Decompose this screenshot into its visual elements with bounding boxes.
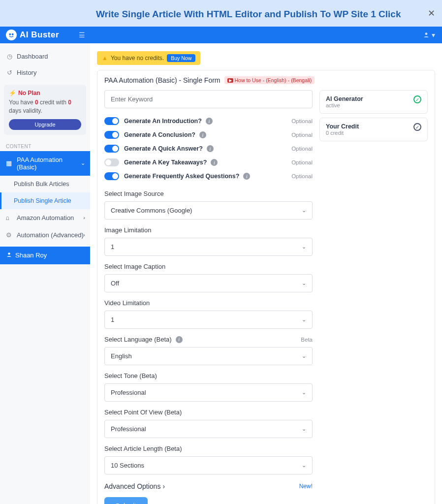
- status-sub: 0 credit: [326, 130, 359, 136]
- nav-label: PAA Automation (Basic): [17, 156, 84, 171]
- amazon-icon: ⩍: [6, 214, 13, 221]
- toggle-faq[interactable]: [104, 172, 119, 180]
- buy-now-button[interactable]: Buy Now: [167, 54, 195, 62]
- chevron-right-icon: ›: [83, 232, 85, 238]
- status-title: AI Generator: [326, 95, 363, 102]
- card-header: PAA Automation (Basic) - Single Form ▶ H…: [97, 70, 435, 90]
- hamburger-icon[interactable]: ☰: [79, 31, 85, 39]
- main-content: ▲ You have no credits. Buy Now PAA Autom…: [90, 43, 442, 504]
- toggle-conclusion[interactable]: [104, 131, 119, 139]
- nav-label: Amazon Automation: [17, 214, 74, 221]
- info-icon[interactable]: i: [176, 336, 183, 343]
- select-tone[interactable]: Professional ⌄: [104, 383, 313, 402]
- history-icon: ↺: [6, 69, 13, 76]
- toggle-row-takeaways: Generate A Key Takeaways? i Optional: [104, 156, 313, 169]
- check-icon: ✓: [413, 95, 421, 103]
- card-title: PAA Automation (Basic) - Single Form: [104, 76, 221, 84]
- select-image-caption[interactable]: Off ⌄: [104, 274, 313, 292]
- credit-alert: ▲ You have no credits. Buy Now: [97, 51, 200, 65]
- select-image-source[interactable]: Creative Commons (Google) ⌄: [104, 201, 313, 220]
- optional-label: Optional: [291, 146, 313, 152]
- howto-badge[interactable]: ▶ How to Use - (English) - (Bengali): [224, 76, 315, 84]
- advanced-options-toggle[interactable]: Advanced Options ›: [104, 482, 165, 490]
- sidebar-label: History: [17, 69, 36, 76]
- sidebar-item-dashboard[interactable]: ◷ Dashboard: [0, 48, 90, 64]
- user-menu[interactable]: ▾: [423, 31, 435, 39]
- label-image-limit: Image Limitation: [104, 226, 313, 234]
- chevron-down-icon: ⌄: [302, 280, 306, 286]
- toggle-row-conclusion: Generate A Conclusion? i Optional: [104, 128, 313, 142]
- plan-text: You have 0 credit with 0 days validity.: [9, 98, 81, 115]
- gear-icon: ⚙: [6, 231, 13, 239]
- user-icon: [423, 32, 430, 38]
- select-article-length[interactable]: 10 Sections ⌄: [104, 456, 313, 474]
- select-pov[interactable]: Professional ⌄: [104, 420, 313, 438]
- chevron-down-icon: ⌄: [302, 207, 306, 214]
- warning-icon: ▲: [102, 55, 108, 62]
- svg-point-2: [425, 32, 428, 35]
- sidebar-user[interactable]: Shaan Roy: [0, 247, 90, 264]
- keyword-input[interactable]: [104, 90, 313, 108]
- label-tone: Select Tone (Beta): [104, 372, 313, 379]
- chevron-down-icon: ⌄: [302, 316, 306, 323]
- chevron-down-icon: ⌄: [302, 244, 306, 250]
- toggle-intro[interactable]: [104, 117, 119, 125]
- sub-publish-bulk[interactable]: Publish Bulk Articles: [0, 176, 90, 192]
- brand-text: AI Buster: [20, 30, 59, 40]
- bolt-icon: ⚡: [9, 90, 16, 96]
- sidebar: ◷ Dashboard ↺ History ⚡ No Plan You have…: [0, 43, 90, 504]
- close-icon[interactable]: ✕: [428, 8, 435, 19]
- select-image-limit[interactable]: 1 ⌄: [104, 238, 313, 256]
- user-name: Shaan Roy: [15, 252, 47, 259]
- form-card: PAA Automation (Basic) - Single Form ▶ H…: [97, 70, 435, 504]
- clock-icon: ✓: [413, 123, 421, 131]
- chevron-right-icon: ›: [162, 482, 165, 490]
- status-sub: active: [326, 102, 363, 108]
- topbar: AI Buster ☰ ▾: [0, 27, 442, 43]
- sidebar-item-history[interactable]: ↺ History: [0, 64, 90, 81]
- nav-label: Automation (Advanced): [17, 231, 84, 239]
- sidebar-label: Dashboard: [17, 53, 48, 60]
- nav-automation-advanced[interactable]: ⚙ Automation (Advanced) ›: [0, 226, 90, 244]
- info-icon[interactable]: i: [199, 131, 206, 138]
- nav-amazon-automation[interactable]: ⩍ Amazon Automation ›: [0, 209, 90, 226]
- brand[interactable]: AI Buster: [6, 30, 59, 40]
- new-badge: New!: [299, 483, 313, 490]
- layout-icon: ▦: [6, 159, 13, 167]
- svg-point-1: [12, 33, 14, 35]
- submit-button[interactable]: Submit: [104, 497, 148, 504]
- toggle-label: Generate An Introduction?: [124, 118, 202, 125]
- user-icon: [6, 252, 12, 259]
- advanced-options-row: Advanced Options › New!: [104, 482, 313, 490]
- toggle-takeaways[interactable]: [104, 158, 119, 166]
- banner-title: Write Single Article With HTML Editor an…: [96, 9, 434, 20]
- upgrade-button[interactable]: Upgrade: [9, 119, 81, 130]
- status-title: Your Credit: [326, 123, 359, 130]
- toggle-row-intro: Generate An Introduction? i Optional: [104, 114, 313, 128]
- label-article-length: Select Article Length (Beta): [104, 445, 313, 452]
- select-video-limit[interactable]: 1 ⌄: [104, 311, 313, 329]
- plan-box: ⚡ No Plan You have 0 credit with 0 days …: [4, 85, 86, 135]
- toggle-quick-answer[interactable]: [104, 145, 119, 153]
- label-image-caption: Select Image Caption: [104, 263, 313, 270]
- dashboard-icon: ◷: [6, 53, 13, 60]
- optional-label: Optional: [291, 159, 313, 165]
- label-video-limit: Video Limitation: [104, 299, 313, 307]
- sub-publish-single[interactable]: Publish Single Article: [0, 192, 90, 209]
- optional-label: Optional: [291, 132, 313, 138]
- info-icon[interactable]: i: [206, 118, 213, 125]
- svg-point-0: [9, 33, 11, 35]
- youtube-icon: ▶: [227, 78, 233, 83]
- form-right: AI Generator active ✓ Your Credit 0 cred…: [319, 90, 428, 504]
- promo-banner: Write Single Article With HTML Editor an…: [0, 0, 442, 27]
- select-language[interactable]: English ⌄: [104, 347, 313, 365]
- info-icon[interactable]: i: [243, 173, 250, 180]
- form-left: Generate An Introduction? i Optional Gen…: [104, 90, 313, 504]
- nav-paa-automation[interactable]: ▦ PAA Automation (Basic) ⌄: [0, 151, 90, 176]
- toggle-label: Generate A Key Takeaways?: [124, 159, 207, 166]
- info-icon[interactable]: i: [211, 159, 218, 166]
- info-icon[interactable]: i: [207, 145, 214, 152]
- svg-point-3: [8, 252, 10, 254]
- toggle-row-quick-answer: Generate A Quick Answer? i Optional: [104, 142, 313, 156]
- section-label: CONTENT: [0, 140, 90, 151]
